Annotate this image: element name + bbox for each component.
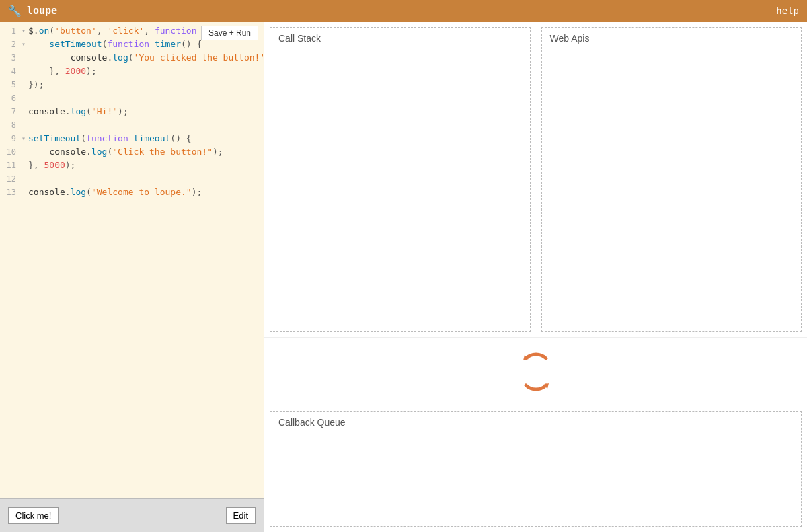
- edit-button[interactable]: Edit: [226, 507, 256, 524]
- code-line: 7 console.log("Hi!");: [0, 105, 264, 118]
- event-loop-area: [264, 337, 807, 411]
- line-number: 9: [3, 132, 22, 145]
- web-apis-panel: Web Apis: [541, 27, 802, 332]
- code-line: 5 });: [0, 78, 264, 91]
- line-number: 3: [3, 51, 22, 65]
- line-content: }, 5000);: [28, 159, 75, 172]
- line-content: setTimeout(function timeout() {: [28, 132, 192, 145]
- line-number: 2: [3, 38, 22, 51]
- line-number: 11: [3, 159, 22, 172]
- line-number: 8: [3, 118, 22, 132]
- line-number: 6: [3, 91, 22, 105]
- line-content: console.log("Hi!");: [28, 105, 128, 118]
- callback-queue-panel: Callback Queue: [270, 411, 802, 527]
- web-apis-label: Web Apis: [550, 33, 590, 44]
- code-line: 8: [0, 118, 264, 132]
- callback-queue-label: Callback Queue: [278, 417, 346, 428]
- right-panel: Call Stack Web Apis: [264, 22, 807, 532]
- line-number: 13: [3, 186, 22, 199]
- code-line: 3 console.log('You clicked the button!')…: [0, 51, 264, 65]
- bottom-row: Callback Queue: [264, 411, 807, 532]
- code-line: 12: [0, 172, 264, 186]
- left-bottom-bar: Click me! Edit: [0, 498, 264, 532]
- line-content: console.log('You clicked the button!');: [28, 51, 264, 65]
- code-editor: 1▾$.on('button', 'click', function onC2▾…: [0, 24, 264, 199]
- line-content: console.log("Click the button!");: [28, 145, 223, 159]
- help-link[interactable]: help: [776, 5, 799, 16]
- save-run-button[interactable]: Save + Run: [201, 26, 258, 40]
- code-area: 1▾$.on('button', 'click', function onC2▾…: [0, 22, 264, 498]
- event-loop-icon: [512, 348, 560, 401]
- line-content: $.on('button', 'click', function onC: [28, 24, 218, 38]
- line-content: setTimeout(function timer() {: [28, 38, 202, 51]
- line-number: 5: [3, 78, 22, 91]
- main-layout: 1▾$.on('button', 'click', function onC2▾…: [0, 22, 807, 532]
- code-line: 4 }, 2000);: [0, 65, 264, 78]
- code-line: 6: [0, 91, 264, 105]
- line-number: 1: [3, 24, 22, 38]
- call-stack-panel: Call Stack: [270, 27, 531, 332]
- line-number: 10: [3, 145, 22, 159]
- line-arrow: ▾: [22, 38, 28, 51]
- code-line: 11 }, 5000);: [0, 159, 264, 172]
- line-number: 12: [3, 172, 22, 186]
- line-arrow: ▾: [22, 24, 28, 38]
- titlebar: 🔧 loupe help: [0, 0, 807, 22]
- app-title: loupe: [27, 5, 57, 17]
- code-line: 9▾setTimeout(function timeout() {: [0, 132, 264, 145]
- top-panels-row: Call Stack Web Apis: [264, 22, 807, 337]
- line-number: 7: [3, 105, 22, 118]
- line-arrow: ▾: [22, 132, 28, 145]
- line-content: console.log("Welcome to loupe.");: [28, 186, 202, 199]
- code-line: 10 console.log("Click the button!");: [0, 145, 264, 159]
- code-line: 13 console.log("Welcome to loupe.");: [0, 186, 264, 199]
- line-content: });: [28, 78, 44, 91]
- click-me-button[interactable]: Click me!: [8, 507, 59, 524]
- line-number: 4: [3, 65, 22, 78]
- wrench-icon: 🔧: [8, 5, 22, 17]
- code-editor-panel: 1▾$.on('button', 'click', function onC2▾…: [0, 22, 264, 532]
- line-content: }, 2000);: [28, 65, 97, 78]
- titlebar-left: 🔧 loupe: [8, 5, 57, 17]
- call-stack-label: Call Stack: [278, 33, 321, 44]
